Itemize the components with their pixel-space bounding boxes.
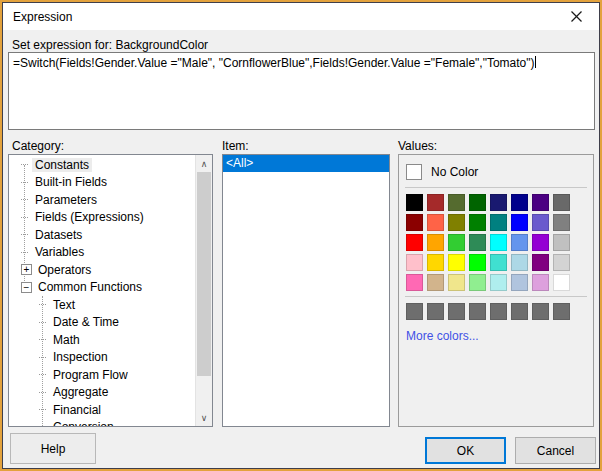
color-swatch[interactable] [469, 274, 486, 291]
more-colors-link[interactable]: More colors... [406, 329, 479, 343]
scrollbar-thumb[interactable] [197, 172, 211, 376]
category-tree-item[interactable]: Date & Time [9, 314, 195, 332]
color-swatch[interactable] [448, 234, 465, 251]
color-swatch[interactable] [553, 254, 570, 271]
category-tree-item[interactable]: Built-in Fields [9, 174, 195, 192]
color-swatch[interactable] [448, 254, 465, 271]
item-list-row[interactable]: <All> [223, 155, 389, 172]
custom-color-swatch[interactable] [448, 303, 465, 320]
category-label: Category: [12, 139, 64, 153]
color-swatch[interactable] [406, 234, 423, 251]
color-swatch[interactable] [427, 274, 444, 291]
category-tree-item[interactable]: Conversion [9, 419, 195, 427]
color-swatch[interactable] [469, 214, 486, 231]
color-swatch[interactable] [532, 214, 549, 231]
color-swatch[interactable] [448, 214, 465, 231]
category-tree-item-label: Constants [32, 158, 92, 172]
color-swatch[interactable] [448, 274, 465, 291]
text-caret [535, 56, 536, 68]
category-tree-item[interactable]: −Common Functions [9, 279, 195, 297]
color-swatch[interactable] [469, 254, 486, 271]
tree-connector [39, 304, 46, 305]
category-tree-item-label: Text [50, 298, 78, 312]
category-tree-item-label: Date & Time [50, 315, 122, 329]
color-swatch[interactable] [427, 214, 444, 231]
scroll-up-icon[interactable]: ∧ [196, 155, 212, 172]
category-tree-item-label: Program Flow [50, 368, 131, 382]
no-color-option[interactable]: No Color [406, 162, 587, 182]
color-swatch[interactable] [511, 234, 528, 251]
category-listbox: ConstantsBuilt-in FieldsParametersFields… [8, 154, 213, 427]
title-bar[interactable]: Expression [3, 3, 599, 30]
custom-color-swatch[interactable] [427, 303, 444, 320]
color-swatch[interactable] [553, 274, 570, 291]
color-swatch[interactable] [469, 234, 486, 251]
tree-connector [21, 217, 28, 218]
category-tree-item-label: Common Functions [35, 280, 145, 294]
close-button[interactable] [563, 7, 589, 26]
custom-color-swatch[interactable] [406, 303, 423, 320]
color-swatch[interactable] [532, 274, 549, 291]
color-swatch[interactable] [406, 274, 423, 291]
help-button[interactable]: Help [10, 433, 96, 464]
category-tree-item[interactable]: Math [9, 331, 195, 349]
color-swatch[interactable] [490, 214, 507, 231]
category-tree-item[interactable]: Text [9, 296, 195, 314]
category-tree-item[interactable]: Parameters [9, 191, 195, 209]
color-swatch[interactable] [469, 194, 486, 211]
color-swatch[interactable] [553, 234, 570, 251]
category-tree-item[interactable]: Fields (Expressions) [9, 209, 195, 227]
category-tree-item-label: Aggregate [50, 385, 111, 399]
category-tree-item-label: Math [50, 333, 83, 347]
ok-button[interactable]: OK [425, 437, 506, 464]
color-swatch[interactable] [490, 194, 507, 211]
category-tree-item[interactable]: Program Flow [9, 366, 195, 384]
custom-color-swatch[interactable] [469, 303, 486, 320]
color-swatch[interactable] [553, 194, 570, 211]
color-swatch[interactable] [406, 214, 423, 231]
no-color-swatch[interactable] [406, 164, 422, 180]
color-swatch[interactable] [490, 234, 507, 251]
expand-icon[interactable]: + [21, 264, 32, 275]
color-swatch[interactable] [553, 214, 570, 231]
color-swatch[interactable] [511, 274, 528, 291]
expression-text: =Switch(Fields!Gender.Value ="Male", "Co… [13, 56, 535, 70]
cancel-button[interactable]: Cancel [515, 437, 596, 464]
color-swatch[interactable] [511, 194, 528, 211]
color-swatch[interactable] [490, 274, 507, 291]
color-swatch[interactable] [532, 254, 549, 271]
category-tree-item[interactable]: Financial [9, 401, 195, 419]
collapse-icon[interactable]: − [21, 282, 32, 293]
color-swatch[interactable] [511, 254, 528, 271]
category-tree-item-label: Fields (Expressions) [32, 210, 147, 224]
color-swatch[interactable] [427, 234, 444, 251]
category-scrollbar[interactable]: ∧ ∨ [195, 155, 212, 426]
category-tree-item[interactable]: Variables [9, 244, 195, 262]
custom-color-swatch[interactable] [532, 303, 549, 320]
category-tree-item[interactable]: Aggregate [9, 384, 195, 402]
category-tree-item[interactable]: +Operators [9, 261, 195, 279]
custom-color-swatch[interactable] [511, 303, 528, 320]
category-tree-item[interactable]: Inspection [9, 349, 195, 367]
color-swatch[interactable] [427, 254, 444, 271]
custom-color-swatch[interactable] [490, 303, 507, 320]
color-swatch[interactable] [532, 234, 549, 251]
tree-connector [21, 182, 28, 183]
color-swatch[interactable] [406, 194, 423, 211]
color-swatch[interactable] [532, 194, 549, 211]
custom-color-swatch[interactable] [553, 303, 570, 320]
no-color-label: No Color [431, 165, 478, 179]
color-swatch[interactable] [511, 214, 528, 231]
tree-connector [39, 322, 46, 323]
color-swatch[interactable] [490, 254, 507, 271]
color-swatch[interactable] [427, 194, 444, 211]
color-swatch[interactable] [448, 194, 465, 211]
category-tree-item[interactable]: Constants [9, 156, 195, 174]
color-swatch[interactable] [406, 254, 423, 271]
tree-connector [39, 392, 46, 393]
divider [405, 187, 587, 188]
category-tree-item[interactable]: Datasets [9, 226, 195, 244]
tree-connector [39, 339, 46, 340]
expression-input[interactable]: =Switch(Fields!Gender.Value ="Male", "Co… [8, 52, 595, 130]
scroll-down-icon[interactable]: ∨ [196, 409, 212, 426]
